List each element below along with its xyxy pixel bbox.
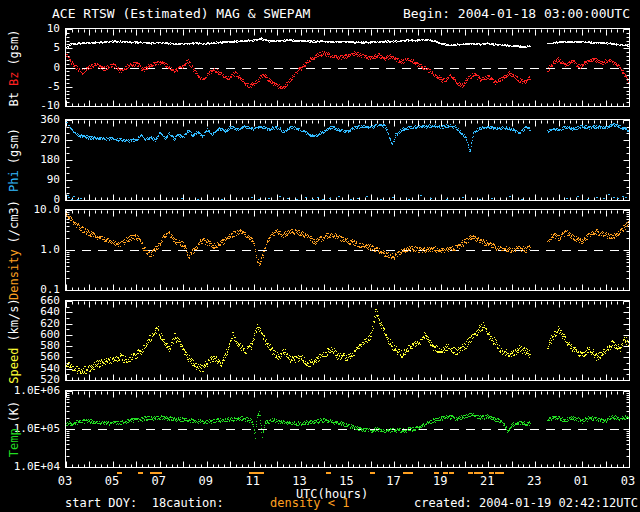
ace-rtsw-plot: ACE RTSW (Estimated) MAG & SWEPAM Begin:… xyxy=(0,0,640,512)
x-tick-label: 07 xyxy=(142,475,176,487)
density-caution-mark xyxy=(499,472,504,474)
x-tick-label: 23 xyxy=(517,475,551,487)
y-axis-title-part: Bt xyxy=(7,92,21,106)
x-tick-label: 01 xyxy=(564,475,598,487)
density-caution-mark xyxy=(117,472,122,474)
panel-temp-canvas xyxy=(66,391,629,467)
panel-speed-canvas xyxy=(66,301,629,380)
x-tick-label: 11 xyxy=(236,475,270,487)
footer-start-doy: start DOY: 18 xyxy=(65,497,166,509)
density-caution-mark xyxy=(157,472,162,474)
y-axis-title-part: (K) xyxy=(7,401,21,423)
y-axis-title-part: Density xyxy=(7,249,21,300)
y-axis-title-mag: BtBz(gsm) xyxy=(7,26,21,109)
y-axis-title-part: (gsm) xyxy=(7,29,21,65)
x-tick-label: 09 xyxy=(189,475,223,487)
panel-density xyxy=(65,209,630,291)
density-caution-mark xyxy=(443,472,448,474)
y-tick-label-temp: 1.0E+06 xyxy=(4,385,60,397)
density-caution-mark xyxy=(370,472,375,474)
x-tick-label: 03 xyxy=(48,475,82,487)
y-tick-label-temp: 1.0E+04 xyxy=(4,461,60,473)
density-caution-mark xyxy=(138,472,143,474)
density-caution-mark xyxy=(434,472,439,474)
x-tick-label: 15 xyxy=(330,475,364,487)
density-caution-mark xyxy=(489,472,494,474)
density-caution-mark xyxy=(408,472,413,474)
y-axis-title-temp: Temp(K) xyxy=(7,398,21,461)
panel-phi xyxy=(65,119,630,201)
x-tick-label: 13 xyxy=(283,475,317,487)
y-axis-title-part: Speed xyxy=(7,347,21,383)
y-axis-title-part: Phi xyxy=(7,170,21,192)
panel-speed xyxy=(65,300,630,381)
page-title: ACE RTSW (Estimated) MAG & SWEPAM xyxy=(52,6,310,21)
x-tick-label: 17 xyxy=(376,475,410,487)
panel-mag xyxy=(65,28,630,107)
footer-created-timestamp: created: 2004-01-19 02:42:12UTC xyxy=(414,497,638,509)
density-caution-mark xyxy=(449,472,454,474)
panel-phi-canvas xyxy=(66,120,629,200)
density-caution-mark xyxy=(478,472,483,474)
density-caution-mark xyxy=(259,472,264,474)
density-caution-mark xyxy=(468,472,473,474)
footer-caution-value: density < 1 xyxy=(270,497,349,509)
footer-caution-label: caution: xyxy=(166,497,224,509)
y-axis-title-density: Density(/cm3) xyxy=(7,197,21,303)
y-axis-title-phi: Phi(gsm) xyxy=(7,125,21,195)
y-axis-title-part: Bz xyxy=(7,71,21,85)
panel-temp xyxy=(65,390,630,468)
x-tick-label: 05 xyxy=(95,475,129,487)
x-tick-label: 21 xyxy=(470,475,504,487)
begin-timestamp: Begin: 2004-01-18 03:00:00UTC xyxy=(403,6,630,21)
y-axis-title-part: (gsm) xyxy=(7,128,21,164)
x-tick-label: 03 xyxy=(611,475,640,487)
panel-density-canvas xyxy=(66,210,629,290)
x-tick-label: 19 xyxy=(423,475,457,487)
y-axis-title-part: Temp xyxy=(7,428,21,457)
y-axis-title-speed: Speed(km/s) xyxy=(7,295,21,386)
y-axis-title-part: (/cm3) xyxy=(7,200,21,243)
panel-mag-canvas xyxy=(66,29,629,106)
density-caution-mark xyxy=(326,472,331,474)
y-axis-title-part: (km/s) xyxy=(7,298,21,341)
